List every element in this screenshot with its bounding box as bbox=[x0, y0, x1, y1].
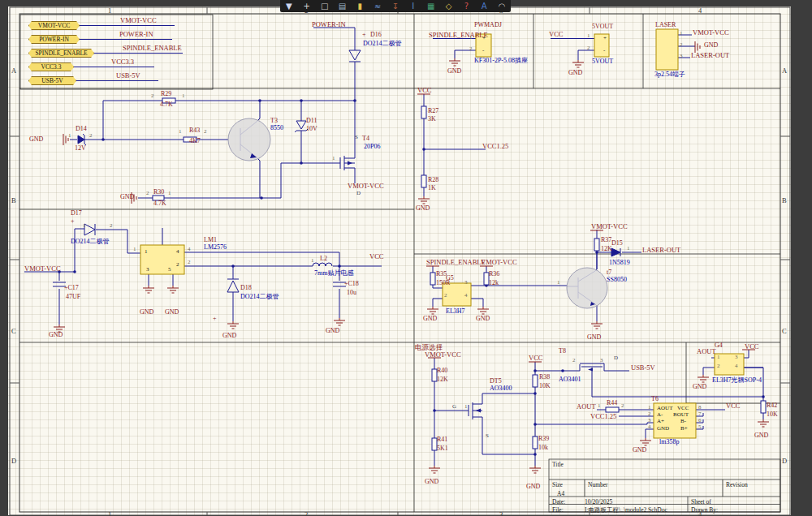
net-label-vcc-r38[interactable]: VCC bbox=[529, 355, 542, 362]
pinname-t8-d[interactable]: D bbox=[614, 355, 618, 361]
port-flag-usb-5v[interactable]: USB-5V bbox=[28, 76, 76, 85]
part-d18[interactable]: DO214二极管 bbox=[240, 294, 279, 300]
net-label-spindle-enable-a[interactable]: SPINDLE_ENABLE bbox=[123, 45, 182, 52]
pin-d17-2[interactable]: 2 bbox=[110, 223, 113, 229]
pin-l2-1[interactable]: 1 bbox=[311, 258, 314, 264]
net-label-vmot-vcc-r36[interactable]: VMOT-VCC bbox=[481, 259, 517, 266]
net-label-spindle-enable-c[interactable]: SPINDLE_ENABLE bbox=[426, 259, 486, 266]
pin-t6-2[interactable]: 2 bbox=[648, 411, 651, 417]
net-label-vcc-r27[interactable]: VCC bbox=[417, 87, 431, 94]
pin-r29-1[interactable]: 1 bbox=[182, 93, 185, 99]
gnd-label-5vout[interactable]: GND bbox=[568, 70, 582, 76]
port-flag-vcc3-3[interactable]: VCC3.3 bbox=[28, 62, 74, 71]
designator-c17[interactable]: +C17 bbox=[64, 285, 79, 291]
pinin-5vout-minus[interactable]: - bbox=[603, 48, 605, 54]
value-c17[interactable]: 47UF bbox=[66, 294, 80, 300]
designator-r43[interactable]: R43 bbox=[189, 127, 200, 134]
gnd-label-t7[interactable]: GND bbox=[587, 334, 601, 341]
pinin-lm1-2[interactable]: 2 bbox=[176, 262, 179, 268]
gnd-label-r41[interactable]: GND bbox=[425, 479, 438, 485]
part-g4[interactable]: EL3H7光耦SOP-4 bbox=[712, 377, 762, 384]
part-d15[interactable]: 1N5819 bbox=[609, 260, 630, 266]
designator-g4[interactable]: G4 bbox=[715, 342, 723, 349]
gnd-label-g5-a[interactable]: GND bbox=[423, 316, 437, 322]
polarity-d18[interactable]: + bbox=[213, 316, 217, 322]
port-flag-vmot-vcc[interactable]: VMOT-VCC bbox=[28, 21, 80, 30]
pin-dt5-gate[interactable]: 1 bbox=[464, 404, 468, 410]
paste-icon[interactable]: ▤ bbox=[334, 0, 350, 12]
pin-d17-1[interactable]: 1 bbox=[83, 223, 86, 229]
net-label-vcc-g4[interactable]: VCC bbox=[745, 343, 758, 350]
gnd-label-laser[interactable]: GND bbox=[704, 42, 718, 49]
pin-lm1-1[interactable]: 1 bbox=[133, 247, 136, 252]
pin-d14-1[interactable]: 1 bbox=[68, 133, 71, 139]
net-label-aout-b[interactable]: AOUT bbox=[697, 348, 716, 355]
value-r28[interactable]: 1K bbox=[428, 185, 436, 191]
designator-r44[interactable]: R44 bbox=[607, 400, 617, 406]
pin-t6-7[interactable]: 7 bbox=[698, 411, 702, 417]
pinin-t6-bplus[interactable]: B+ bbox=[680, 426, 688, 432]
net-label-vcc-t6[interactable]: VCC bbox=[726, 402, 740, 410]
designator-d17[interactable]: D17 bbox=[71, 210, 82, 217]
net-label-laser-out-b[interactable]: LASER-OUT bbox=[642, 247, 680, 254]
pin-lm1-2[interactable]: 2 bbox=[188, 260, 191, 265]
value-r36[interactable]: 12k bbox=[489, 280, 499, 286]
pinin-lm1-3[interactable]: 3 bbox=[146, 267, 149, 273]
pin-r44-1[interactable]: 1 bbox=[598, 403, 601, 409]
pin-laser-3[interactable]: 3 bbox=[680, 54, 683, 59]
move-icon[interactable]: + bbox=[299, 0, 315, 12]
value-r30[interactable]: 4.7K bbox=[153, 200, 166, 207]
part-t3[interactable]: 8550 bbox=[270, 125, 283, 131]
net-label-usb-5v-b[interactable]: USB-5V bbox=[631, 364, 655, 372]
pinin-t6-vcc[interactable]: VCC bbox=[677, 406, 689, 411]
error-marker-icon[interactable]: ? bbox=[458, 0, 474, 12]
pin-t6-8[interactable]: 8 bbox=[698, 405, 702, 411]
wire-icon[interactable]: ≈ bbox=[369, 0, 386, 12]
pin-g4-3[interactable]: 3 bbox=[735, 355, 738, 360]
pin-g4-2[interactable]: 2 bbox=[717, 363, 720, 369]
value-c18[interactable]: 10u bbox=[347, 290, 356, 296]
value-d11[interactable]: 10V bbox=[306, 126, 317, 132]
pin-r30-2[interactable]: 2 bbox=[146, 191, 149, 196]
pin-pwmadj-2[interactable]: 2 bbox=[469, 46, 473, 52]
designator-t7[interactable]: t7 bbox=[607, 269, 611, 276]
pinname-t4-d[interactable]: D bbox=[356, 191, 361, 196]
power-port-icon[interactable]: ↧ bbox=[387, 0, 404, 12]
designator-t3[interactable]: T3 bbox=[270, 118, 278, 124]
gnd-label-c18[interactable]: GND bbox=[326, 328, 339, 334]
net-label-vcc33[interactable]: VCC3.3 bbox=[111, 58, 134, 66]
designator-r39[interactable]: R39 bbox=[538, 436, 549, 442]
designator-r29[interactable]: R29 bbox=[161, 91, 171, 97]
pin-t8-2[interactable]: 2 bbox=[572, 358, 576, 363]
pinin-t6-aplus[interactable]: A+ bbox=[657, 419, 664, 424]
pin-r30-1[interactable]: 1 bbox=[168, 191, 171, 196]
part-t4[interactable]: 20P06 bbox=[364, 144, 380, 150]
designator-r27[interactable]: R27 bbox=[428, 108, 438, 114]
designator-r36[interactable]: R36 bbox=[489, 271, 499, 277]
designator-dt5[interactable]: DT5 bbox=[490, 378, 502, 385]
part-t6[interactable]: lm358p bbox=[659, 439, 679, 445]
gnd-label-lm1-a[interactable]: GND bbox=[140, 309, 153, 316]
selection-icon[interactable]: □ bbox=[317, 0, 333, 12]
toolbar[interactable]: ▼+□▤▮≈↧Ⅰ▦◇?A◠ bbox=[280, 0, 511, 12]
value-r39[interactable]: 10k bbox=[538, 445, 548, 451]
pinin-t6-aminus[interactable]: A- bbox=[657, 412, 663, 418]
pin-t6-1[interactable]: 1 bbox=[648, 405, 651, 411]
net-label-vmot-vcc-t4[interactable]: VMOT-VCC bbox=[348, 183, 384, 190]
part-lm1[interactable]: LM2576 bbox=[204, 244, 227, 251]
part-laser[interactable]: 3p2.54端子 bbox=[654, 71, 685, 78]
gnd-label-d18[interactable]: GND bbox=[222, 333, 236, 339]
designator-r42[interactable]: R42 bbox=[767, 402, 777, 409]
net-label-usb-5v-a[interactable]: USB-5V bbox=[116, 72, 140, 80]
designator-g5[interactable]: G5 bbox=[446, 275, 454, 282]
pin-r43-1[interactable]: 1 bbox=[179, 129, 182, 135]
designator-d14[interactable]: D14 bbox=[76, 126, 87, 132]
pin-5vout-2[interactable]: 2 bbox=[587, 45, 590, 51]
value-r40[interactable]: 12K bbox=[437, 376, 448, 383]
pin-g5-4[interactable]: 4 bbox=[464, 293, 468, 299]
part-d17[interactable]: DO214二极管 bbox=[71, 239, 110, 245]
net-label-power-in-b[interactable]: POWER-IN bbox=[312, 21, 346, 28]
value-r27[interactable]: 3K bbox=[428, 116, 436, 123]
value-r41[interactable]: 5K1 bbox=[437, 445, 448, 452]
pin-g4-1[interactable]: 1 bbox=[717, 355, 720, 360]
